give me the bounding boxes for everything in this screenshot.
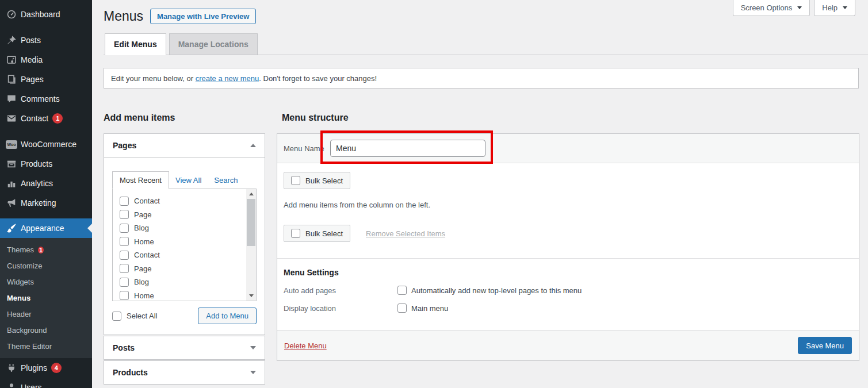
update-count-badge: 1 [38, 247, 44, 253]
sidebar-item-plugins[interactable]: Plugins 4 [0, 358, 92, 378]
current-menu-arrow-icon [87, 224, 92, 233]
submenu-item-background[interactable]: Background [0, 322, 92, 339]
page-checkbox-item[interactable]: Home [120, 289, 241, 302]
submenu-item-theme-editor[interactable]: Theme Editor [0, 339, 92, 355]
scrollbar-thumb[interactable] [247, 199, 255, 246]
bulk-select-row-top: Bulk Select [284, 172, 852, 189]
sidebar-item-label: Posts [21, 36, 41, 45]
wordpress-admin-menus-page: Dashboard Posts Media Pages Comment [0, 0, 868, 388]
bar-chart-icon [6, 178, 17, 189]
page-checkbox-item[interactable]: Blog [120, 275, 241, 289]
create-new-menu-link[interactable]: create a new menu [196, 74, 259, 83]
main-menu-checkbox[interactable] [397, 304, 407, 313]
sidebar-item-marketing[interactable]: Marketing [0, 193, 92, 213]
checkbox[interactable] [120, 278, 129, 287]
manage-live-preview-button[interactable]: Manage with Live Preview [150, 9, 256, 24]
auto-add-pages-checkbox[interactable] [397, 286, 407, 295]
bulk-select-button[interactable]: Bulk Select [284, 172, 350, 189]
display-location-control[interactable]: Main menu [397, 304, 448, 313]
tab-manage-locations[interactable]: Manage Locations [169, 33, 258, 55]
checkbox[interactable] [120, 197, 129, 206]
collapse-up-icon [250, 144, 256, 147]
page-checkbox-item[interactable]: Page [120, 262, 241, 276]
checkbox[interactable] [120, 251, 129, 260]
menu-name-input[interactable] [330, 140, 485, 157]
scroll-up-icon[interactable] [249, 193, 254, 195]
add-to-menu-button[interactable]: Add to Menu [198, 308, 257, 324]
sidebar-item-label: Marketing [21, 198, 56, 208]
tab-most-recent[interactable]: Most Recent [112, 171, 169, 189]
sidebar-item-dashboard[interactable]: Dashboard [0, 5, 92, 24]
submenu-item-customize[interactable]: Customize [0, 258, 92, 274]
page-checkbox-item[interactable]: Home [120, 235, 241, 249]
empty-menu-message: Add menu items from the column on the le… [284, 201, 852, 209]
sidebar-item-appearance[interactable]: Appearance [0, 218, 92, 238]
select-all-checkbox[interactable] [112, 312, 121, 321]
sidebar-item-posts[interactable]: Posts [0, 30, 92, 50]
checkbox[interactable] [120, 210, 129, 219]
sidebar-item-label: Contact [21, 114, 48, 123]
tab-search[interactable]: Search [208, 172, 244, 189]
sidebar-item-label: Comments [21, 94, 60, 103]
submenu-item-header[interactable]: Header [0, 306, 92, 322]
pages-accordion-header[interactable]: Pages [104, 134, 265, 157]
bulk-select-checkbox[interactable] [291, 176, 300, 185]
bulk-select-button[interactable]: Bulk Select [284, 225, 350, 242]
add-menu-items-heading: Add menu items [104, 113, 175, 123]
page-checkbox-item[interactable]: Page [120, 208, 241, 222]
select-all-control[interactable]: Select All [112, 312, 157, 321]
checkbox[interactable] [120, 264, 129, 273]
menu-name-label: Menu Name [284, 144, 330, 153]
remove-selected-items-link[interactable]: Remove Selected Items [366, 229, 445, 238]
menu-settings-heading: Menu Settings [284, 268, 852, 277]
bulk-select-checkbox[interactable] [291, 229, 300, 238]
page-checkbox-item[interactable]: Contact [120, 248, 241, 262]
products-accordion-panel: Products [104, 360, 265, 385]
sidebar-item-media[interactable]: Media [0, 50, 92, 70]
sidebar-item-label: Media [21, 55, 43, 64]
save-menu-button[interactable]: Save Menu [798, 337, 852, 354]
checkbox[interactable] [120, 291, 129, 300]
sidebar-item-analytics[interactable]: Analytics [0, 174, 92, 193]
checkbox[interactable] [120, 224, 129, 233]
menu-separator [0, 128, 92, 135]
pages-icon [6, 74, 17, 85]
checkbox[interactable] [120, 237, 129, 246]
menu-separator [0, 213, 92, 218]
nav-tabs: Edit Menus Manage Locations [104, 33, 868, 55]
submenu-item-menus[interactable]: Menus [0, 290, 92, 306]
sidebar-item-users[interactable]: Users [0, 378, 92, 388]
paintbrush-icon [6, 222, 17, 234]
pages-filter-tabs: Most Recent View All Search [112, 171, 257, 189]
screen-meta-links: Screen Options Help [733, 0, 855, 16]
submenu-item-themes[interactable]: Themes1 [0, 242, 92, 258]
page-checkbox-item[interactable]: Contact [120, 194, 241, 208]
panel-title: Pages [113, 141, 136, 150]
delete-menu-link[interactable]: Delete Menu [284, 341, 327, 350]
sidebar-item-woocommerce[interactable]: Woo WooCommerce [0, 135, 92, 154]
scrollbar[interactable] [246, 189, 256, 301]
tab-view-all[interactable]: View All [169, 172, 208, 189]
help-button[interactable]: Help [814, 0, 855, 16]
menu-edit-panel: Menu Name Bulk Select Add menu items fro… [277, 133, 859, 361]
auto-add-pages-control[interactable]: Automatically add new top-level pages to… [397, 286, 582, 295]
sidebar-item-products[interactable]: Products [0, 154, 92, 174]
products-accordion-header[interactable]: Products [104, 361, 265, 384]
envelope-icon [6, 113, 17, 124]
sidebar-item-comments[interactable]: Comments [0, 89, 92, 109]
submenu-item-widgets[interactable]: Widgets [0, 274, 92, 290]
auto-add-pages-label: Auto add pages [284, 286, 397, 295]
sidebar-item-label: Products [21, 159, 52, 168]
media-icon [6, 54, 17, 66]
megaphone-icon [6, 197, 17, 209]
menu-separator [0, 24, 92, 30]
page-checkbox-item[interactable]: Blog [120, 221, 241, 235]
sidebar-item-pages[interactable]: Pages [0, 70, 92, 89]
scroll-down-icon[interactable] [249, 294, 254, 297]
posts-accordion-header[interactable]: Posts [104, 336, 265, 359]
sidebar-item-contact[interactable]: Contact 1 [0, 109, 92, 128]
menu-structure-heading: Menu structure [282, 113, 349, 123]
tab-edit-menus[interactable]: Edit Menus [105, 33, 166, 55]
menu-panel-footer: Delete Menu Save Menu [277, 330, 859, 360]
screen-options-button[interactable]: Screen Options [733, 0, 810, 16]
